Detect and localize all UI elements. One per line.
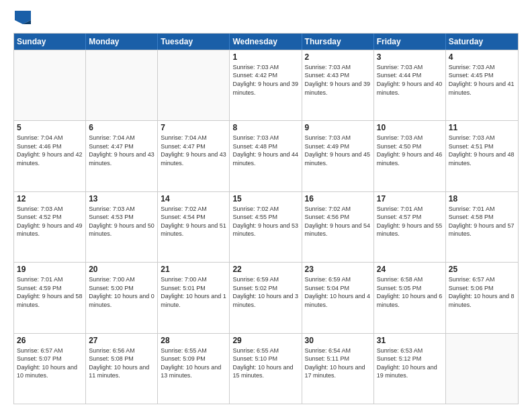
calendar-cell: 16Sunrise: 7:02 AM Sunset: 4:56 PM Dayli… xyxy=(302,192,374,262)
calendar-cell: 15Sunrise: 7:02 AM Sunset: 4:55 PM Dayli… xyxy=(230,192,302,262)
day-info: Sunrise: 7:03 AM Sunset: 4:42 PM Dayligh… xyxy=(232,63,298,97)
calendar-page: SundayMondayTuesdayWednesdayThursdayFrid… xyxy=(0,0,532,411)
calendar-cell: 13Sunrise: 7:03 AM Sunset: 4:53 PM Dayli… xyxy=(86,192,158,262)
calendar-cell: 23Sunrise: 6:59 AM Sunset: 5:04 PM Dayli… xyxy=(302,263,374,332)
day-info: Sunrise: 6:57 AM Sunset: 5:06 PM Dayligh… xyxy=(449,275,515,309)
day-number: 23 xyxy=(305,265,371,274)
logo xyxy=(13,11,31,28)
day-info: Sunrise: 6:55 AM Sunset: 5:10 PM Dayligh… xyxy=(232,347,298,380)
day-info: Sunrise: 7:03 AM Sunset: 4:52 PM Dayligh… xyxy=(17,205,83,238)
calendar-row: 1Sunrise: 7:03 AM Sunset: 4:42 PM Daylig… xyxy=(14,50,518,120)
calendar-cell xyxy=(14,50,86,120)
calendar-cell xyxy=(446,334,518,404)
calendar-header-row: SundayMondayTuesdayWednesdayThursdayFrid… xyxy=(14,34,518,50)
calendar-cell: 27Sunrise: 6:56 AM Sunset: 5:08 PM Dayli… xyxy=(86,334,158,404)
day-number: 3 xyxy=(377,52,443,62)
calendar-row: 26Sunrise: 6:57 AM Sunset: 5:07 PM Dayli… xyxy=(14,333,518,404)
calendar-header-cell: Sunday xyxy=(14,34,86,50)
logo-icon xyxy=(15,11,31,24)
calendar-header-cell: Wednesday xyxy=(230,34,302,50)
day-number: 13 xyxy=(89,194,154,203)
day-info: Sunrise: 7:01 AM Sunset: 4:58 PM Dayligh… xyxy=(449,205,515,238)
day-info: Sunrise: 6:58 AM Sunset: 5:05 PM Dayligh… xyxy=(377,275,443,309)
day-number: 2 xyxy=(305,52,371,62)
day-info: Sunrise: 7:03 AM Sunset: 4:49 PM Dayligh… xyxy=(305,134,371,167)
day-number: 14 xyxy=(161,194,226,203)
day-info: Sunrise: 7:01 AM Sunset: 4:59 PM Dayligh… xyxy=(17,275,83,309)
calendar-cell: 17Sunrise: 7:01 AM Sunset: 4:57 PM Dayli… xyxy=(374,192,446,262)
day-info: Sunrise: 7:04 AM Sunset: 4:47 PM Dayligh… xyxy=(89,134,154,167)
calendar-cell: 5Sunrise: 7:04 AM Sunset: 4:46 PM Daylig… xyxy=(14,121,86,191)
calendar-cell: 4Sunrise: 7:03 AM Sunset: 4:45 PM Daylig… xyxy=(446,50,518,120)
calendar-cell: 21Sunrise: 7:00 AM Sunset: 5:01 PM Dayli… xyxy=(158,263,230,332)
day-number: 12 xyxy=(17,194,83,203)
day-info: Sunrise: 7:03 AM Sunset: 4:44 PM Dayligh… xyxy=(377,63,443,97)
calendar-cell: 25Sunrise: 6:57 AM Sunset: 5:06 PM Dayli… xyxy=(446,263,518,332)
day-number: 9 xyxy=(305,123,371,132)
calendar-cell xyxy=(86,50,158,120)
calendar: SundayMondayTuesdayWednesdayThursdayFrid… xyxy=(13,33,519,404)
day-info: Sunrise: 7:00 AM Sunset: 5:01 PM Dayligh… xyxy=(161,275,226,309)
day-info: Sunrise: 7:03 AM Sunset: 4:51 PM Dayligh… xyxy=(449,134,515,167)
calendar-cell: 6Sunrise: 7:04 AM Sunset: 4:47 PM Daylig… xyxy=(86,121,158,191)
calendar-cell: 12Sunrise: 7:03 AM Sunset: 4:52 PM Dayli… xyxy=(14,192,86,262)
day-info: Sunrise: 6:59 AM Sunset: 5:04 PM Dayligh… xyxy=(305,275,371,309)
day-number: 29 xyxy=(232,336,298,345)
header xyxy=(13,11,519,28)
calendar-cell: 2Sunrise: 7:03 AM Sunset: 4:43 PM Daylig… xyxy=(302,50,374,120)
day-info: Sunrise: 7:03 AM Sunset: 4:45 PM Dayligh… xyxy=(449,63,515,97)
calendar-cell: 20Sunrise: 7:00 AM Sunset: 5:00 PM Dayli… xyxy=(86,263,158,332)
calendar-body: 1Sunrise: 7:03 AM Sunset: 4:42 PM Daylig… xyxy=(14,50,518,404)
day-number: 25 xyxy=(449,265,515,274)
calendar-cell: 29Sunrise: 6:55 AM Sunset: 5:10 PM Dayli… xyxy=(230,334,302,404)
day-number: 4 xyxy=(449,52,515,62)
day-info: Sunrise: 6:54 AM Sunset: 5:11 PM Dayligh… xyxy=(305,347,371,380)
day-number: 5 xyxy=(17,123,83,132)
day-number: 18 xyxy=(449,194,515,203)
day-number: 22 xyxy=(232,265,298,274)
day-info: Sunrise: 7:00 AM Sunset: 5:00 PM Dayligh… xyxy=(89,275,154,309)
day-number: 15 xyxy=(232,194,298,203)
calendar-cell: 8Sunrise: 7:03 AM Sunset: 4:48 PM Daylig… xyxy=(230,121,302,191)
day-number: 8 xyxy=(232,123,298,132)
day-info: Sunrise: 6:57 AM Sunset: 5:07 PM Dayligh… xyxy=(17,347,83,380)
calendar-cell: 31Sunrise: 6:53 AM Sunset: 5:12 PM Dayli… xyxy=(374,334,446,404)
calendar-cell: 11Sunrise: 7:03 AM Sunset: 4:51 PM Dayli… xyxy=(446,121,518,191)
day-number: 10 xyxy=(377,123,443,132)
calendar-header-cell: Monday xyxy=(86,34,158,50)
day-number: 21 xyxy=(161,265,226,274)
calendar-row: 5Sunrise: 7:04 AM Sunset: 4:46 PM Daylig… xyxy=(14,120,518,191)
day-number: 7 xyxy=(161,123,226,132)
calendar-cell: 24Sunrise: 6:58 AM Sunset: 5:05 PM Dayli… xyxy=(374,263,446,332)
day-info: Sunrise: 7:03 AM Sunset: 4:48 PM Dayligh… xyxy=(232,134,298,167)
day-info: Sunrise: 6:59 AM Sunset: 5:02 PM Dayligh… xyxy=(232,275,298,309)
calendar-cell: 9Sunrise: 7:03 AM Sunset: 4:49 PM Daylig… xyxy=(302,121,374,191)
calendar-header-cell: Saturday xyxy=(446,34,518,50)
day-number: 19 xyxy=(17,265,83,274)
day-number: 16 xyxy=(305,194,371,203)
day-info: Sunrise: 7:03 AM Sunset: 4:50 PM Dayligh… xyxy=(377,134,443,167)
calendar-cell: 19Sunrise: 7:01 AM Sunset: 4:59 PM Dayli… xyxy=(14,263,86,332)
calendar-cell: 30Sunrise: 6:54 AM Sunset: 5:11 PM Dayli… xyxy=(302,334,374,404)
day-info: Sunrise: 7:02 AM Sunset: 4:54 PM Dayligh… xyxy=(161,205,226,238)
calendar-row: 12Sunrise: 7:03 AM Sunset: 4:52 PM Dayli… xyxy=(14,191,518,262)
day-info: Sunrise: 6:55 AM Sunset: 5:09 PM Dayligh… xyxy=(161,347,226,380)
calendar-cell: 22Sunrise: 6:59 AM Sunset: 5:02 PM Dayli… xyxy=(230,263,302,332)
day-number: 26 xyxy=(17,336,83,345)
calendar-cell: 28Sunrise: 6:55 AM Sunset: 5:09 PM Dayli… xyxy=(158,334,230,404)
day-info: Sunrise: 7:01 AM Sunset: 4:57 PM Dayligh… xyxy=(377,205,443,238)
calendar-row: 19Sunrise: 7:01 AM Sunset: 4:59 PM Dayli… xyxy=(14,262,518,332)
day-number: 30 xyxy=(305,336,371,345)
day-number: 11 xyxy=(449,123,515,132)
calendar-cell: 14Sunrise: 7:02 AM Sunset: 4:54 PM Dayli… xyxy=(158,192,230,262)
calendar-cell: 18Sunrise: 7:01 AM Sunset: 4:58 PM Dayli… xyxy=(446,192,518,262)
day-info: Sunrise: 6:56 AM Sunset: 5:08 PM Dayligh… xyxy=(89,347,154,380)
logo-text xyxy=(13,11,31,28)
day-number: 31 xyxy=(377,336,443,345)
calendar-cell: 26Sunrise: 6:57 AM Sunset: 5:07 PM Dayli… xyxy=(14,334,86,404)
calendar-header-cell: Tuesday xyxy=(158,34,230,50)
day-info: Sunrise: 7:04 AM Sunset: 4:46 PM Dayligh… xyxy=(17,134,83,167)
calendar-cell: 10Sunrise: 7:03 AM Sunset: 4:50 PM Dayli… xyxy=(374,121,446,191)
day-number: 28 xyxy=(161,336,226,345)
calendar-cell: 1Sunrise: 7:03 AM Sunset: 4:42 PM Daylig… xyxy=(230,50,302,120)
